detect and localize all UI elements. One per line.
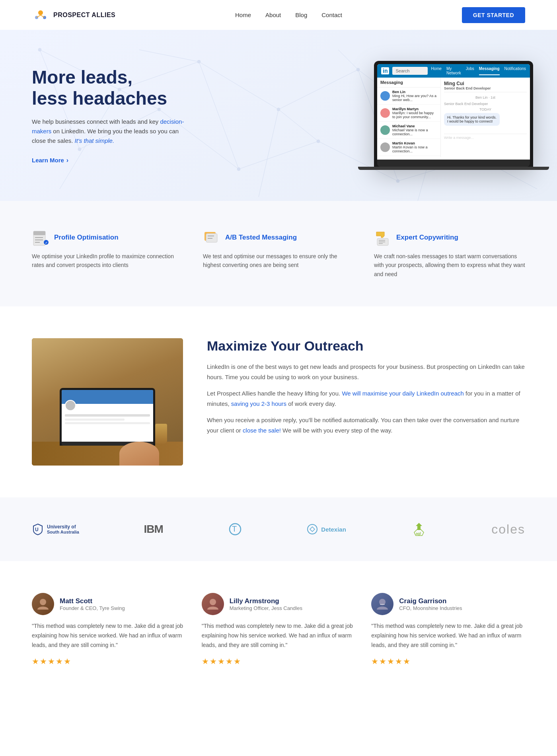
test-person-1: Matt Scott Founder & CEO, Tyre Swing: [32, 593, 186, 615]
outreach-title: Maximize Your Outreach: [207, 338, 525, 354]
svg-line-14: [239, 141, 318, 169]
feature-profile-desc: We optimise your LinkedIn profile to max…: [32, 252, 183, 270]
outreach-link-2[interactable]: saving you 2-3 hours: [231, 400, 286, 407]
avatar-icon-3: [375, 597, 390, 611]
logos-section: U University of South Australia IBM T De…: [0, 497, 557, 561]
logo-coles: coles: [491, 522, 525, 537]
svg-point-61: [308, 524, 317, 534]
test-info-3: Craig Garrison CFO, Moonshine Industries: [399, 597, 462, 611]
msg-item-3: Michael VaneMichael Vane is now a connec…: [377, 122, 440, 139]
chat-bubble-1: Hi. Thanks for your kind words. I would …: [444, 113, 500, 126]
logo-agl: agl: [411, 521, 427, 537]
linkedin-logo: in: [381, 67, 389, 74]
svg-line-26: [259, 109, 278, 197]
feature-copy-desc: We craft non-sales messages to start war…: [374, 252, 525, 279]
msg-avatar-1: [380, 91, 390, 101]
feature-messaging-desc: We test and optimise our messages to ens…: [203, 252, 354, 270]
msg-item-2: Marillyn MartynMarillyn: I would be happ…: [377, 105, 440, 122]
svg-point-39: [237, 168, 240, 171]
svg-point-40: [317, 140, 320, 143]
learn-more-text: Learn More: [32, 157, 64, 164]
laptop-base: [377, 160, 530, 167]
test-avatar-1: [32, 593, 54, 615]
svg-point-41: [396, 179, 399, 183]
drink-glass: [155, 424, 167, 444]
outreach-link-1[interactable]: We will maximise your daily LinkedIn out…: [342, 390, 464, 397]
logo-unisa: U University of South Australia: [32, 523, 79, 535]
svg-rect-44: [33, 231, 45, 235]
test-info-2: Lilly Armstrong Marketing Officer, Jess …: [230, 597, 302, 611]
profile-icon: ✓: [32, 229, 49, 246]
testimonials-section: Matt Scott Founder & CEO, Tyre Swing "Th…: [0, 561, 557, 698]
outreach-link-3[interactable]: close the sale!: [243, 427, 281, 434]
svg-rect-66: [380, 604, 385, 605]
linkedin-header: in Search Home My Network Jobs Messaging…: [377, 64, 530, 78]
desk-profile-content: [62, 404, 153, 427]
svg-line-20: [199, 62, 239, 169]
test-quote-1: "This method was completely new to me. J…: [32, 622, 186, 650]
li-nav-notifications: Notifications: [504, 66, 526, 75]
svg-line-9: [278, 70, 358, 109]
logo[interactable]: PROSPECT ALLIES: [32, 6, 115, 24]
features-section: ✓ Profile Optimisation We optimise your …: [0, 201, 557, 306]
test-stars-2: ★★★★★: [202, 657, 356, 666]
nav-contact[interactable]: Contact: [321, 12, 342, 18]
desk-laptop: [60, 388, 155, 446]
svg-line-27: [338, 50, 358, 70]
detexian-icon: [307, 524, 318, 535]
hero-title: More leads,less headaches: [32, 67, 191, 109]
test-title-3: CFO, Moonshine Industries: [399, 605, 462, 611]
desk-bar-1: [65, 414, 150, 417]
li-nav-messaging: Messaging: [479, 66, 500, 75]
svg-point-30: [38, 48, 41, 51]
get-started-button[interactable]: GET STARTED: [462, 7, 525, 23]
svg-point-34: [356, 68, 360, 71]
logo-icon: [32, 6, 49, 24]
nav-home[interactable]: Home: [235, 12, 251, 18]
chat-header: Ming Cui Senior Back End Developer: [444, 81, 527, 92]
li-nav-network: My Network: [446, 66, 461, 75]
linkedin-search: Search: [392, 67, 428, 75]
feature-messaging: A/B Tested Messaging We test and optimis…: [203, 229, 354, 279]
nav-about[interactable]: About: [265, 12, 281, 18]
testimonial-3: Craig Garrison CFO, Moonshine Industries…: [371, 593, 525, 666]
msg-item-4: Martin KovanMartin Kovan is now a connec…: [377, 139, 440, 156]
msg-text-2: Marillyn MartynMarillyn: I would be happ…: [392, 107, 437, 119]
svg-line-25: [139, 50, 199, 62]
decision-makers-link[interactable]: decision-makers: [32, 118, 184, 134]
msg-text-1: Ben LinMing Hi, How are you? As a senior…: [392, 90, 437, 102]
nav-links: Home About Blog Contact: [235, 12, 342, 18]
outreach-img-inner: [32, 338, 183, 466]
simple-link[interactable]: It's that simple.: [75, 137, 115, 144]
test-person-3: Craig Garrison CFO, Moonshine Industries: [371, 593, 525, 615]
test-quote-3: "This method was completely new to me. J…: [371, 622, 525, 650]
feature-profile-header: ✓ Profile Optimisation: [32, 229, 183, 246]
learn-more-link[interactable]: Learn More ›: [32, 157, 191, 164]
chat-today: TODAY: [444, 107, 527, 111]
feature-copy-header: Expert Copywriting: [374, 229, 525, 246]
feature-messaging-header: A/B Tested Messaging: [203, 229, 354, 246]
outreach-para-1: LinkedIn is one of the best ways to get …: [207, 362, 525, 382]
hero-visual: in Search Home My Network Jobs Messaging…: [374, 61, 533, 170]
svg-point-32: [197, 60, 201, 63]
agl-icon: agl: [411, 521, 427, 537]
laptop-bottom: [358, 167, 549, 170]
chat-window: Ming Cui Senior Back End Developer Ben L…: [441, 78, 530, 157]
test-person-2: Lilly Armstrong Marketing Officer, Jess …: [202, 593, 356, 615]
outreach-para-2: Let Prospect Allies handle the heavy lif…: [207, 388, 525, 409]
svg-line-8: [199, 62, 278, 109]
test-stars-1: ★★★★★: [32, 657, 186, 666]
msg-avatar-2: [380, 108, 390, 118]
svg-text:✓: ✓: [45, 241, 48, 245]
outreach-section: Maximize Your Outreach LinkedIn is one o…: [0, 306, 557, 497]
laptop-screen: in Search Home My Network Jobs Messaging…: [377, 64, 530, 160]
nav-blog[interactable]: Blog: [295, 12, 307, 18]
test-title-1: Founder & CEO, Tyre Swing: [60, 605, 125, 611]
svg-text:agl: agl: [416, 532, 421, 536]
test-quote-2: "This method was completely new to me. J…: [202, 622, 356, 650]
laptop-mockup: in Search Home My Network Jobs Messaging…: [374, 61, 533, 167]
telstra-logo-icon: T: [228, 522, 242, 536]
svg-text:T: T: [232, 524, 237, 533]
test-info-1: Matt Scott Founder & CEO, Tyre Swing: [60, 597, 125, 611]
svg-point-1: [38, 10, 43, 15]
